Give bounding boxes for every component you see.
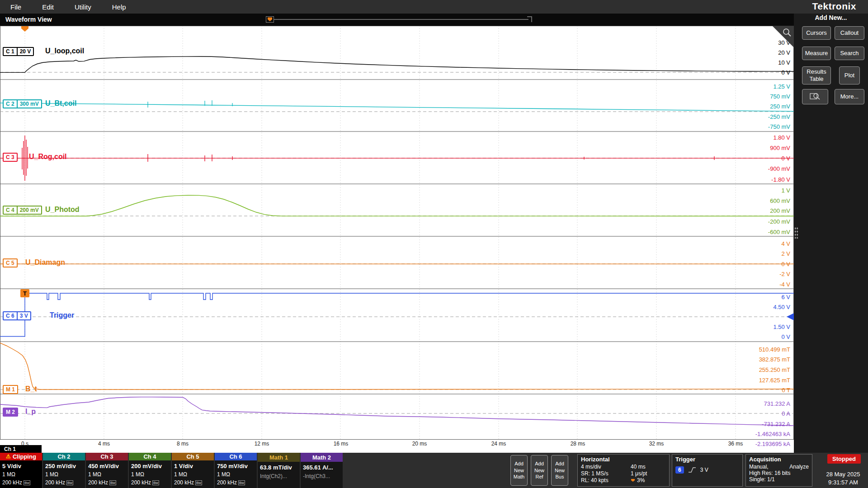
channel-badge-m2[interactable]: M 2 <box>3 408 18 417</box>
more-button[interactable]: More... <box>835 89 864 104</box>
menu-help[interactable]: Help <box>102 3 137 11</box>
scale-label: 1 V <box>781 187 790 194</box>
measure-button[interactable]: Measure <box>802 47 831 60</box>
bottom-badge-ch1[interactable]: ⚠ Clipping 5 V/div 1 MΩ 200 kHzBw <box>0 453 42 488</box>
bottom-bar: ⚠ Clipping 5 V/div 1 MΩ 200 kHzBw Ch 2 2… <box>0 453 868 488</box>
add-new-label[interactable]: Add New... <box>794 14 868 21</box>
badge-scale: 450 mV/div <box>88 462 126 471</box>
scale-label: 1.80 V <box>773 134 790 141</box>
horizontal-position-indicator[interactable] <box>266 16 533 23</box>
trigger-level-arrow[interactable] <box>787 313 794 320</box>
channel-badge-scale: 20 V <box>17 48 33 55</box>
channel-badge-c5[interactable]: C 5 <box>3 258 18 267</box>
channel-badge-name: M 1 <box>4 386 17 393</box>
rising-edge-icon <box>688 467 696 473</box>
run-state-badge[interactable]: Stopped <box>827 454 861 464</box>
badge-header: Ch 6 <box>229 453 242 460</box>
time-label: 28 ms <box>564 441 591 447</box>
scale-label: 0 A <box>782 410 790 417</box>
horizontal-panel[interactable]: Horizontal 4 ms/div 40 ms SR: 1 MS/s 1 μ… <box>577 454 670 487</box>
add-new-bus-button[interactable]: Add New Bus <box>551 455 568 486</box>
badge-impedance: 1 MΩ <box>88 470 126 479</box>
cursors-button[interactable]: Cursors <box>802 26 831 40</box>
menu-file[interactable]: File <box>0 3 32 11</box>
channel-badge-c3[interactable]: C 3 <box>3 153 18 162</box>
time-axis: 0 s 4 ms 8 ms 12 ms 16 ms 20 ms 24 ms 28… <box>0 440 794 453</box>
slice-separators <box>0 26 794 440</box>
badge-bandwidth: 200 kHz <box>174 479 194 486</box>
scale-label: 750 mV <box>770 93 790 100</box>
channel-badge-name: C 3 <box>4 154 17 161</box>
badge-header: Math 2 <box>312 454 331 461</box>
trigger-source-badge: 6 <box>675 466 684 474</box>
channel-badge-c4[interactable]: C 4 200 mV <box>3 206 42 215</box>
channel-badge-m1[interactable]: M 1 <box>3 385 18 394</box>
ch4-trace <box>0 195 794 216</box>
time-label: 24 ms <box>485 441 512 447</box>
bottom-badge-ch3[interactable]: Ch 3 450 mV/div 1 MΩ 200 kHzBw <box>86 453 128 488</box>
badge-header: Ch 2 <box>57 453 70 460</box>
scale-label: 900 mV <box>770 145 790 151</box>
bottom-badge-math1[interactable]: Math 1 63.8 mT/div Intg(Ch2)... <box>258 453 300 488</box>
scale-label: 0 V <box>781 333 790 340</box>
badge-bandwidth: 200 kHz <box>88 479 108 486</box>
baseline-dashes <box>0 72 794 413</box>
acquisition-title: Acquisition <box>749 456 809 463</box>
scale-label: 200 mV <box>770 207 790 214</box>
badge-bandwidth: 200 kHz <box>45 479 65 486</box>
panel-splitter-handle[interactable] <box>794 227 798 239</box>
results-table-button[interactable]: Results Table <box>802 66 831 84</box>
badge-scale: 63.8 mT/div <box>260 463 297 472</box>
bandwidth-badge: Bw <box>195 480 202 485</box>
scale-label: -1.80 V <box>771 176 790 183</box>
badge-impedance: 1 MΩ <box>131 470 169 479</box>
channel-badge-c6[interactable]: C 6 3 V <box>3 311 31 320</box>
bandwidth-badge: Bw <box>238 480 245 485</box>
warning-icon: ⚠ <box>6 453 11 460</box>
bottom-badge-ch4[interactable]: Ch 4 200 mV/div 1 MΩ 200 kHzBw <box>129 453 171 488</box>
channel-badge-scale: 3 V <box>17 312 30 319</box>
zoom-button[interactable] <box>802 89 828 104</box>
search-button[interactable]: Search <box>835 47 864 60</box>
channel-badge-c1[interactable]: C 1 20 V <box>3 47 34 56</box>
badge-header: Clipping <box>13 453 36 460</box>
channel-badge-c2[interactable]: C 2 300 mV <box>3 99 42 108</box>
callout-button[interactable]: Callout <box>835 26 864 40</box>
bottom-badge-ch6[interactable]: Ch 6 750 mV/div 1 MΩ 200 kHzBw <box>215 453 257 488</box>
badge-impedance: 1 MΩ <box>217 470 255 479</box>
add-new-math-button[interactable]: Add New Math <box>510 455 528 486</box>
plot-button[interactable]: Plot <box>839 66 860 84</box>
channel-badge-name: C 6 <box>4 312 17 319</box>
scale-label: -750 mV <box>768 123 790 130</box>
selected-channel-tab[interactable]: Ch 1 <box>0 445 42 453</box>
scale-label: 250 mV <box>770 103 790 110</box>
waveform-plot <box>0 26 794 440</box>
badge-scale: 250 mV/div <box>45 462 83 471</box>
scale-label: -731.232 A <box>762 421 790 427</box>
magnifier-box-icon <box>810 92 821 102</box>
channel-badge-name: M 2 <box>4 408 17 416</box>
badge-header: Ch 3 <box>100 453 113 460</box>
add-new-ref-button[interactable]: Add New Ref <box>531 455 548 486</box>
zoom-corner-widget[interactable] <box>772 26 794 47</box>
bottom-badge-ch2[interactable]: Ch 2 250 mV/div 1 MΩ 200 kHzBw <box>43 453 85 488</box>
menu-utility[interactable]: Utility <box>64 3 102 11</box>
time-label: 8 ms <box>169 441 196 447</box>
bottom-badge-math2[interactable]: Math 2 365.61 A/... -Intg(Ch3... <box>301 453 343 488</box>
scale-label: 0 V <box>781 261 790 267</box>
trigger-t-badge[interactable]: T <box>20 289 29 297</box>
bottom-badge-ch5[interactable]: Ch 5 1 V/div 1 MΩ 200 kHzBw <box>172 453 214 488</box>
acquisition-panel[interactable]: Acquisition Manual, Analyze High Res: 16… <box>745 454 812 487</box>
scale-label: 127.625 mT <box>759 377 790 384</box>
acquisition-single: Single: 1/1 <box>749 476 809 483</box>
menu-edit[interactable]: Edit <box>32 3 64 11</box>
time-label: 12 ms <box>248 441 275 447</box>
scale-label: 0 T <box>782 387 790 394</box>
trigger-panel[interactable]: Trigger 6 3 V <box>672 454 743 487</box>
graticule: 30 V 20 V 10 V 0 V 1.25 V 750 mV 250 mV … <box>0 26 794 440</box>
acquisition-mode: Manual, <box>749 464 769 470</box>
horizontal-scale: 4 ms/div <box>581 464 631 470</box>
trigger-position-marker[interactable] <box>21 26 28 32</box>
bandwidth-badge: Bw <box>152 480 159 485</box>
ch6-trace <box>0 293 794 337</box>
